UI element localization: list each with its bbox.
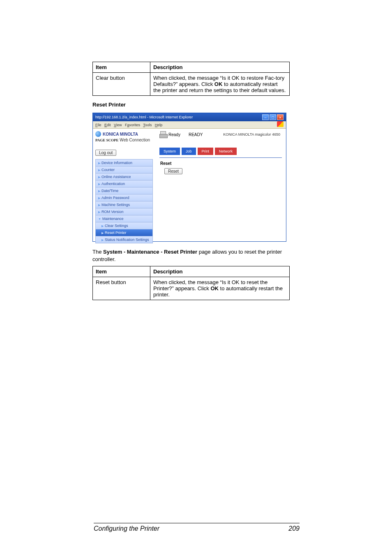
sidebar-item-date-time[interactable]: ▶Date/Time [96, 187, 152, 194]
table-cell: When clicked, the message “Is it OK to r… [150, 73, 290, 96]
sidebar-item-machine-settings[interactable]: ▶Machine Settings [96, 201, 152, 208]
logout-button[interactable]: Log out [95, 150, 116, 156]
maximize-icon[interactable]: □ [270, 114, 276, 120]
table-header-item: Item [93, 62, 150, 73]
close-icon[interactable]: × [277, 114, 284, 120]
sidebar-item-maintenance[interactable]: ▼Maintenance [96, 215, 152, 222]
printer-icon [159, 131, 167, 138]
sidebar-item-authentication[interactable]: ▶Authentication [96, 180, 152, 187]
panel-title: Reset [160, 161, 282, 166]
sidebar-item-online-assistance[interactable]: ▶Online Assistance [96, 173, 152, 180]
window-title: http://192.168.1.2/a_index.html - Micros… [95, 113, 193, 121]
embedded-screenshot: http://192.168.1.2/a_index.html - Micros… [92, 113, 286, 242]
sidebar-item-admin-password[interactable]: ▶Admin Password [96, 194, 152, 201]
section-heading-reset-printer: Reset Printer [92, 102, 290, 108]
reset-button[interactable]: Reset [164, 168, 182, 174]
product-name: KONICA MINOLTA magicolor 4650 [211, 132, 282, 136]
table-clear-button: Item Description Clear button When click… [92, 62, 290, 96]
brand-logo-icon [95, 131, 101, 137]
table-cell: Clear button [93, 73, 150, 96]
table-cell: Reset button [93, 277, 150, 300]
sidebar-item-reset-printer[interactable]: ▶Reset Printer [96, 229, 152, 236]
sidebar-item-clear-settings[interactable]: ▶Clear Settings [96, 222, 152, 229]
tab-system[interactable]: System [159, 148, 180, 155]
footer-title: Configuring the Printer [94, 525, 159, 532]
tab-job[interactable]: Job [182, 148, 196, 155]
minimize-icon[interactable]: – [262, 114, 269, 120]
table-cell: When clicked, the message “Is it OK to r… [150, 277, 290, 300]
status-ready-small: Ready [168, 132, 180, 137]
table-header-description: Description [150, 62, 290, 73]
sidebar-item-counter[interactable]: ▶Counter [96, 166, 152, 173]
sidebar-item-status-notification[interactable]: ▶Status Notification Settings [96, 236, 152, 243]
page-number: 209 [288, 525, 300, 532]
status-ready-big: READY [189, 132, 203, 137]
table-header-item: Item [93, 266, 150, 277]
sidebar: ▶Device Information ▶Counter ▶Online Ass… [95, 159, 153, 243]
table-reset-button: Item Description Reset button When click… [92, 266, 290, 300]
sidebar-item-device-information[interactable]: ▶Device Information [96, 160, 152, 166]
sidebar-item-rom-version[interactable]: ▶ROM Version [96, 208, 152, 215]
ie-logo-icon [277, 121, 284, 127]
table-header-description: Description [150, 266, 290, 277]
tab-print[interactable]: Print [198, 148, 214, 155]
web-connection-label: PAGE SCOPE Web Connection [95, 138, 153, 142]
tab-network[interactable]: Network [215, 148, 237, 155]
body-paragraph: The System - Maintenance - Reset Printer… [92, 248, 290, 263]
brand-name: KONICA MINOLTA [103, 132, 138, 136]
menu-bar[interactable]: FFileile Edit View Favorites Tools Help [95, 121, 162, 128]
